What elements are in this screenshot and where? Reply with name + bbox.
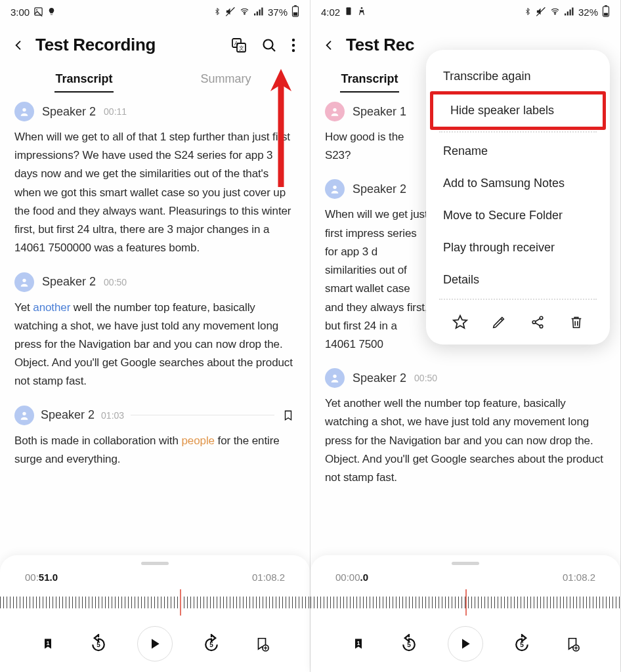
menu-item-add-to-notes[interactable]: Add to Samsung Notes: [426, 167, 610, 200]
transcript-text[interactable]: When will we get just first impress seri…: [325, 205, 430, 354]
audio-player: 00:51.0 01:08.2 1 5 5: [0, 555, 310, 672]
avatar[interactable]: [325, 368, 345, 388]
play-button[interactable]: [448, 626, 483, 662]
waveform[interactable]: [0, 589, 310, 616]
bookmark-button[interactable]: 1: [347, 632, 370, 656]
svg-rect-5: [257, 12, 258, 16]
highlighted-word[interactable]: people: [181, 434, 214, 447]
status-time: 3:00: [11, 7, 30, 18]
mute-icon: [536, 7, 546, 18]
bluetooth-icon: [213, 7, 221, 18]
bluetooth-icon: [524, 7, 532, 18]
translate-icon[interactable]: A文: [231, 37, 247, 53]
back-button[interactable]: [9, 36, 28, 54]
menu-item-details[interactable]: Details: [426, 264, 610, 296]
avatar[interactable]: [14, 406, 34, 425]
time-total: 01:08.2: [563, 572, 595, 583]
svg-point-19: [292, 49, 295, 51]
menu-item-transcribe-again[interactable]: Transcribe again: [426, 60, 610, 93]
rewind-5-button[interactable]: 5: [397, 632, 421, 656]
status-time: 4:02: [321, 7, 340, 18]
transcript-text[interactable]: How good is the S23?: [325, 128, 417, 165]
edit-icon[interactable]: [488, 312, 509, 333]
speaker-name: Speaker 2: [353, 371, 406, 385]
svg-rect-36: [605, 5, 607, 7]
timestamp: 00:50: [104, 277, 127, 287]
share-icon[interactable]: [527, 312, 548, 333]
svg-rect-37: [604, 13, 608, 16]
forward-5-button[interactable]: 5: [510, 632, 534, 656]
bookmark-button[interactable]: 1: [36, 632, 60, 656]
transcript-text[interactable]: Both is made in collaboration with peopl…: [14, 432, 295, 469]
tab-transcript[interactable]: Transcript: [13, 64, 155, 93]
transcript-text[interactable]: Yet another well the number top feature,…: [325, 394, 606, 487]
avatar[interactable]: [14, 272, 34, 292]
tab-transcript[interactable]: Transcript: [324, 64, 416, 93]
svg-rect-31: [565, 14, 566, 16]
grabber-handle[interactable]: [452, 562, 479, 565]
page-title: Test Recording: [35, 35, 223, 55]
svg-point-43: [540, 325, 543, 328]
svg-rect-4: [254, 14, 255, 16]
transcript-scroll[interactable]: Speaker 2 00:11 When will we get to all …: [0, 93, 310, 555]
wifi-icon: [239, 7, 250, 18]
tab-summary[interactable]: Summary: [155, 64, 297, 93]
delete-icon[interactable]: [566, 312, 587, 333]
search-icon[interactable]: [261, 37, 277, 53]
speaker-name: Speaker 2: [42, 105, 96, 119]
speaker-name: Speaker 2: [42, 275, 96, 289]
more-icon[interactable]: [291, 38, 295, 52]
back-button[interactable]: [320, 36, 338, 54]
signal-icon: [565, 7, 574, 18]
battery-icon: [602, 5, 610, 19]
add-bookmark-button[interactable]: [561, 632, 584, 656]
transcript-block: Speaker 2 00:50 Yet another well the num…: [14, 272, 295, 391]
wifi-icon: [549, 7, 561, 18]
speaker-name: Speaker 1: [353, 105, 406, 119]
phone-icon: [344, 7, 353, 18]
svg-point-39: [333, 186, 336, 189]
menu-item-play-through-receiver[interactable]: Play through receiver: [426, 232, 610, 264]
svg-point-17: [292, 38, 295, 41]
favorite-icon[interactable]: [450, 312, 471, 333]
svg-rect-6: [259, 10, 260, 16]
header: Test Recording A文: [0, 22, 310, 60]
svg-rect-0: [35, 7, 42, 14]
mute-icon: [225, 7, 235, 18]
phone-screen-right: 4:02 32% Test Rec Transcript Speake: [310, 0, 621, 672]
avatar[interactable]: [325, 102, 345, 121]
image-icon: [33, 7, 43, 18]
transcript-text[interactable]: When will we get to all of that 1 step f…: [14, 128, 295, 258]
avatar[interactable]: [14, 102, 34, 121]
bookmark-icon[interactable]: [281, 408, 295, 423]
svg-rect-7: [261, 8, 263, 16]
svg-point-20: [22, 108, 26, 112]
grabber-handle[interactable]: [141, 562, 169, 565]
rewind-5-button[interactable]: 5: [87, 632, 110, 656]
svg-text:5: 5: [407, 641, 411, 648]
svg-point-22: [22, 411, 26, 415]
svg-text:5: 5: [520, 641, 524, 648]
playhead[interactable]: [465, 589, 467, 616]
svg-text:5: 5: [209, 641, 213, 648]
highlighted-word[interactable]: another: [33, 301, 70, 314]
menu-item-move-secure-folder[interactable]: Move to Secure Folder: [426, 200, 610, 232]
svg-point-21: [22, 278, 26, 282]
svg-text:A: A: [234, 40, 238, 47]
play-button[interactable]: [137, 626, 173, 662]
menu-divider: [439, 299, 597, 300]
playhead[interactable]: [180, 589, 181, 616]
transcript-text[interactable]: Yet another well the number top feature,…: [14, 299, 295, 391]
avatar[interactable]: [325, 179, 345, 199]
status-bar: 4:02 32%: [310, 0, 620, 22]
menu-item-rename[interactable]: Rename: [426, 135, 610, 167]
svg-point-38: [333, 108, 336, 112]
svg-point-1: [36, 9, 37, 10]
waveform[interactable]: [310, 589, 620, 616]
menu-item-hide-speaker-labels[interactable]: Hide speaker labels: [430, 91, 606, 130]
phone-screen-left: 3:00 37% Test Recording A文: [0, 0, 310, 672]
forward-5-button[interactable]: 5: [200, 632, 223, 656]
svg-rect-10: [293, 12, 297, 16]
add-bookmark-button[interactable]: [250, 632, 274, 656]
svg-text:1: 1: [356, 640, 360, 646]
